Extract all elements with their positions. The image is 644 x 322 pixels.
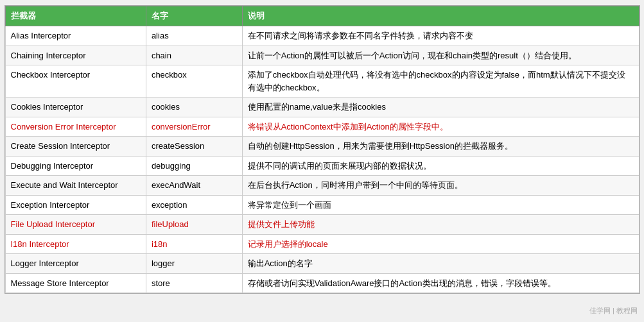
cell-interceptor-name: I18n Interceptor xyxy=(5,234,146,254)
cell-interceptor-name: Conversion Error Interceptor xyxy=(5,117,146,137)
cell-interceptor-alias: fileUpload xyxy=(146,215,242,235)
cell-interceptor-alias: checkbox xyxy=(146,65,242,97)
table-row: Create Session InterceptorcreateSession自… xyxy=(5,137,639,157)
cell-interceptor-desc: 添加了checkbox自动处理代码，将没有选中的checkbox的内容设定为fa… xyxy=(242,65,639,97)
header-desc: 说明 xyxy=(242,6,639,26)
cell-interceptor-name: Logger Interceptor xyxy=(5,254,146,274)
cell-interceptor-desc: 提供文件上传功能 xyxy=(242,215,639,235)
cell-interceptor-desc: 自动的创建HttpSession，用来为需要使用到HttpSession的拦截器… xyxy=(242,137,639,157)
cell-interceptor-desc: 将错误从ActionContext中添加到Action的属性字段中。 xyxy=(242,117,639,137)
cell-interceptor-desc: 在后台执行Action，同时将用户带到一个中间的等待页面。 xyxy=(242,176,639,196)
cell-interceptor-desc: 使用配置的name,value来是指cookies xyxy=(242,97,639,117)
header-interceptor: 拦截器 xyxy=(5,6,146,26)
main-table-wrapper: 拦截器 名字 说明 Alias Interceptoralias在不同请求之间将… xyxy=(4,5,640,294)
cell-interceptor-alias: execAndWait xyxy=(146,176,242,196)
cell-interceptor-name: Checkbox Interceptor xyxy=(5,65,146,97)
table-row: Chaining Interceptorchain让前一个Action的属性可以… xyxy=(5,46,639,65)
cell-interceptor-alias: i18n xyxy=(146,234,242,254)
table-body: Alias Interceptoralias在不同请求之间将请求参数在不同名字件… xyxy=(5,26,639,293)
cell-interceptor-name: Chaining Interceptor xyxy=(5,46,146,65)
table-row: I18n Interceptori18n记录用户选择的locale xyxy=(5,234,639,254)
cell-interceptor-name: Alias Interceptor xyxy=(5,26,146,46)
cell-interceptor-desc: 让前一个Action的属性可以被后一个Action访问，现在和chain类型的r… xyxy=(242,46,639,65)
table-row: File Upload InterceptorfileUpload提供文件上传功… xyxy=(5,215,639,235)
cell-interceptor-name: Debugging Interceptor xyxy=(5,156,146,176)
table-row: Conversion Error InterceptorconversionEr… xyxy=(5,117,639,137)
cell-interceptor-name: Cookies Interceptor xyxy=(5,97,146,117)
cell-interceptor-desc: 输出Action的名字 xyxy=(242,254,639,274)
table-row: Cookies Interceptorcookies使用配置的name,valu… xyxy=(5,97,639,117)
table-row: Exception Interceptorexception将异常定位到一个画面 xyxy=(5,195,639,215)
table-row: Alias Interceptoralias在不同请求之间将请求参数在不同名字件… xyxy=(5,26,639,46)
table-header-row: 拦截器 名字 说明 xyxy=(5,6,639,26)
cell-interceptor-alias: chain xyxy=(146,46,242,65)
cell-interceptor-alias: debugging xyxy=(146,156,242,176)
header-name: 名字 xyxy=(146,6,242,26)
cell-interceptor-name: File Upload Interceptor xyxy=(5,215,146,235)
cell-interceptor-desc: 将异常定位到一个画面 xyxy=(242,195,639,215)
table-row: Debugging Interceptordebugging提供不同的调试用的页… xyxy=(5,156,639,176)
watermark: 佳学网 | 教程网 xyxy=(589,306,638,316)
cell-interceptor-name: Message Store Interceptor xyxy=(5,273,146,293)
cell-interceptor-alias: alias xyxy=(146,26,242,46)
table-row: Message Store Interceptorstore存储或者访问实现Va… xyxy=(5,273,639,293)
cell-interceptor-desc: 在不同请求之间将请求参数在不同名字件转换，请求内容不变 xyxy=(242,26,639,46)
table-row: Logger Interceptorlogger输出Action的名字 xyxy=(5,254,639,274)
cell-interceptor-alias: exception xyxy=(146,195,242,215)
cell-interceptor-name: Exception Interceptor xyxy=(5,195,146,215)
cell-interceptor-desc: 提供不同的调试用的页面来展现内部的数据状况。 xyxy=(242,156,639,176)
cell-interceptor-desc: 记录用户选择的locale xyxy=(242,234,639,254)
cell-interceptor-alias: conversionError xyxy=(146,117,242,137)
interceptors-table: 拦截器 名字 说明 Alias Interceptoralias在不同请求之间将… xyxy=(5,6,640,293)
cell-interceptor-alias: cookies xyxy=(146,97,242,117)
table-row: Checkbox Interceptorcheckbox添加了checkbox自… xyxy=(5,65,639,97)
table-row: Execute and Wait InterceptorexecAndWait在… xyxy=(5,176,639,196)
cell-interceptor-desc: 存储或者访问实现ValidationAware接口的Action类出现的消息，错… xyxy=(242,273,639,293)
cell-interceptor-alias: createSession xyxy=(146,137,242,157)
cell-interceptor-alias: store xyxy=(146,273,242,293)
cell-interceptor-name: Execute and Wait Interceptor xyxy=(5,176,146,196)
cell-interceptor-alias: logger xyxy=(146,254,242,274)
cell-interceptor-name: Create Session Interceptor xyxy=(5,137,146,157)
